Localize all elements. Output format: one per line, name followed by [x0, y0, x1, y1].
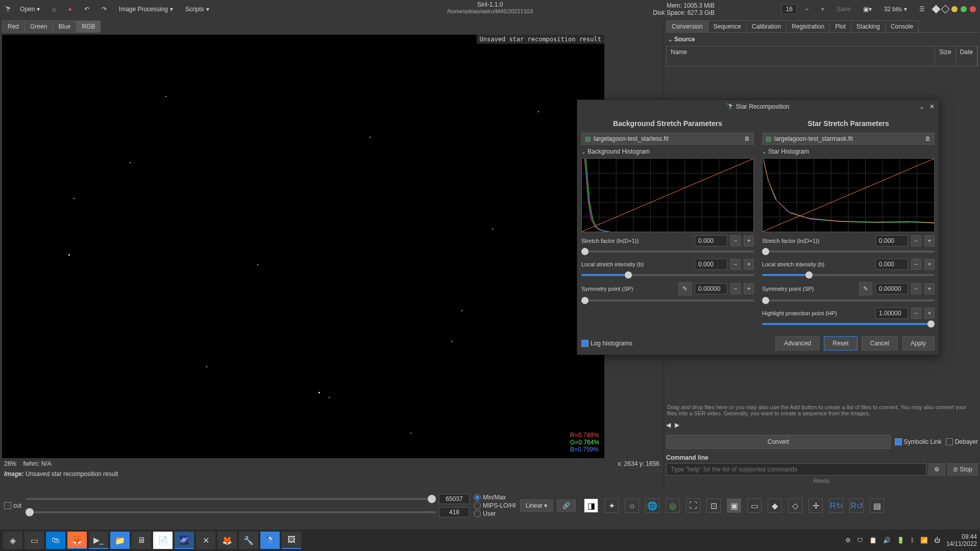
monitor-icon[interactable]: 🖥	[132, 532, 151, 549]
cancel-button[interactable]: Cancel	[862, 336, 898, 350]
bg-stretch-plus[interactable]: +	[744, 235, 754, 246]
channel-green[interactable]: Green	[24, 20, 53, 33]
bg-symmetry-plus[interactable]: +	[744, 283, 754, 294]
stellarium-icon[interactable]: 🌌	[175, 532, 194, 549]
mode-minmax[interactable]: Min/Max	[474, 494, 516, 501]
bg-picker-icon[interactable]: ✎	[678, 282, 692, 295]
cosmic-icon[interactable]: ☼	[625, 498, 639, 513]
bg-intensity-plus[interactable]: +	[744, 259, 754, 270]
star-stretch-minus[interactable]: −	[911, 235, 921, 246]
rotate-l-icon[interactable]: R↺	[849, 498, 864, 513]
star-symmetry-plus[interactable]: +	[924, 283, 935, 294]
xapp-icon[interactable]: ✕	[196, 532, 215, 549]
star-symmetry-slider[interactable]	[762, 299, 935, 302]
minimize-icon[interactable]	[932, 5, 941, 14]
star-intensity-minus[interactable]: −	[911, 259, 921, 270]
browse-icon[interactable]: 🗎	[925, 135, 931, 142]
tab-plot[interactable]: Plot	[829, 20, 851, 32]
star-stretch-slider[interactable]	[762, 251, 935, 253]
tool-icon[interactable]: 🔧	[239, 532, 258, 549]
bg-hist-toggle[interactable]: Background Histogram	[581, 148, 754, 155]
star-highlight-input[interactable]	[875, 308, 908, 319]
dialog-minimize-icon[interactable]: ⌄	[919, 103, 924, 110]
browse-icon[interactable]: 🗎	[744, 135, 750, 142]
layers-icon[interactable]: ▤	[870, 498, 884, 513]
save-button[interactable]: Save	[832, 4, 854, 15]
redo-button[interactable]: ↷	[97, 4, 111, 15]
tab-conversion[interactable]: Conversion	[666, 20, 708, 32]
tray-update-icon[interactable]: 🛡	[857, 537, 863, 544]
tray-battery-icon[interactable]: 🔋	[897, 537, 904, 544]
cpu-threads-input[interactable]	[781, 4, 797, 14]
snapshot-button[interactable]: ▣▾	[859, 4, 876, 15]
center-icon[interactable]: ✛	[808, 498, 823, 513]
star-intensity-plus[interactable]: +	[924, 259, 935, 270]
log-histograms-checkbox[interactable]: Log histograms	[581, 340, 632, 347]
low-value[interactable]: 418	[439, 507, 470, 517]
bg-stretch-slider[interactable]	[581, 251, 754, 253]
star-symmetry-minus[interactable]: −	[911, 283, 921, 294]
invert-icon[interactable]: ◨	[584, 498, 598, 513]
tray-power-icon[interactable]: ⏻	[934, 537, 940, 544]
mirror-h-icon[interactable]: ◆	[768, 498, 782, 513]
hamburger-menu[interactable]: ☰	[915, 4, 929, 15]
dialog-titlebar[interactable]: 🔭 Star Recomposition ⌄ ✕	[577, 100, 939, 113]
siril-icon[interactable]: 🔭	[260, 532, 280, 549]
image-viewer-icon[interactable]: 🖼	[282, 532, 301, 549]
tab-stacking[interactable]: Stacking	[851, 20, 886, 32]
zoom-1to1-icon[interactable]: ▣	[727, 498, 741, 513]
minus-button[interactable]: −	[801, 4, 813, 15]
files-icon[interactable]: 📁	[110, 532, 130, 549]
mode-mips[interactable]: MIPS-LO/HI	[474, 502, 516, 509]
reset-button[interactable]: Reset	[824, 336, 857, 350]
star-tool-icon[interactable]: ✦	[604, 498, 619, 513]
tray-notify-icon[interactable]: ⚙	[845, 537, 851, 544]
window-minimize[interactable]	[951, 6, 958, 12]
star-stretch-input[interactable]	[875, 235, 908, 246]
next-button[interactable]: ▶	[675, 421, 679, 429]
convert-button[interactable]: Convert	[666, 435, 891, 449]
bg-intensity-minus[interactable]: −	[730, 259, 741, 270]
star-highlight-slider[interactable]	[762, 323, 935, 325]
firefox-icon[interactable]: 🦊	[67, 532, 87, 549]
star-symmetry-input[interactable]	[875, 283, 908, 294]
star-intensity-input[interactable]	[875, 259, 908, 270]
high-value[interactable]: 65037	[439, 494, 470, 504]
symbolic-link-checkbox[interactable]: Symbolic Link	[895, 438, 942, 446]
tray-bluetooth-icon[interactable]: ᛒ	[911, 537, 914, 544]
window-maximize[interactable]	[961, 6, 967, 12]
star-highlight-minus[interactable]: −	[911, 308, 921, 319]
advanced-button[interactable]: Advanced	[775, 336, 820, 350]
cut-checkbox[interactable]: cut	[4, 502, 21, 510]
record-icon[interactable]: ●	[64, 4, 76, 15]
mirror-v-icon[interactable]: ◇	[788, 498, 802, 513]
window-close[interactable]	[970, 6, 976, 12]
stretch-mode-menu[interactable]: Linear ▾	[520, 499, 553, 512]
zoom-fit-icon[interactable]: ⊡	[706, 498, 721, 513]
source-table[interactable]: Name Size Date	[666, 46, 978, 66]
tab-console[interactable]: Console	[885, 20, 919, 32]
low-slider[interactable]	[26, 511, 436, 513]
taskview-icon[interactable]: ▭	[24, 532, 44, 549]
apply-button[interactable]: Apply	[902, 336, 935, 350]
star-highlight-plus[interactable]: +	[924, 308, 935, 319]
command-stop-button[interactable]: ⊘ Stop	[947, 463, 978, 475]
star-picker-icon[interactable]: ✎	[859, 282, 872, 295]
gimp-icon[interactable]: 🦊	[217, 532, 237, 549]
globe-icon[interactable]: 🌐	[645, 498, 659, 513]
tab-sequence[interactable]: Sequence	[708, 20, 747, 32]
star-hist-toggle[interactable]: Star Histogram	[762, 148, 935, 155]
bg-stretch-input[interactable]	[695, 235, 727, 246]
command-input[interactable]	[666, 463, 926, 475]
chain-button[interactable]: 🔗	[557, 499, 576, 512]
tab-registration[interactable]: Registration	[786, 20, 830, 32]
bg-intensity-slider[interactable]	[581, 274, 754, 276]
tray-volume-icon[interactable]: 🔊	[883, 537, 891, 544]
home-button[interactable]: ⌂	[48, 4, 60, 15]
tray-clipboard-icon[interactable]: 📋	[869, 537, 877, 544]
rotate-r-icon[interactable]: R↻	[829, 498, 843, 513]
bg-stretch-minus[interactable]: −	[730, 235, 741, 246]
channel-blue[interactable]: Blue	[53, 20, 76, 33]
store-icon[interactable]: 🛍	[46, 532, 65, 549]
target-icon[interactable]: ◎	[666, 498, 680, 513]
